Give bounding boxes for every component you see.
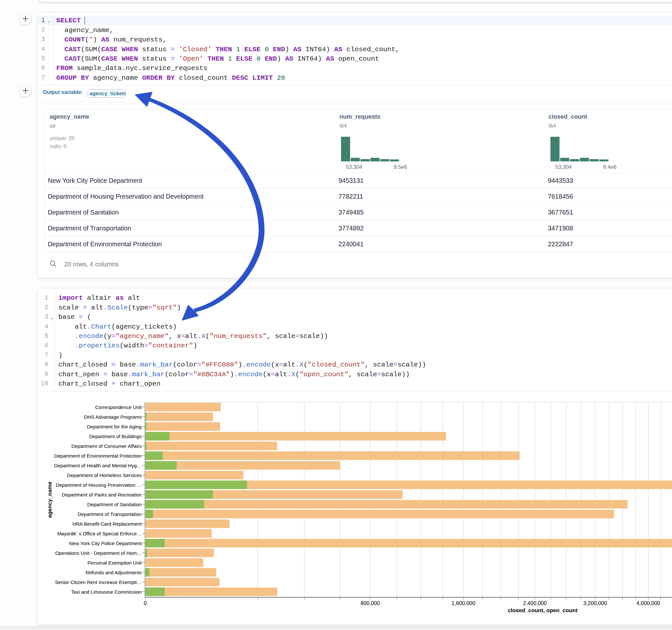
svg-text:Senior Citizen Rent Increase E: Senior Citizen Rent Increase Exempti… (55, 579, 142, 585)
svg-text:Department of Transportation: Department of Transportation (77, 511, 142, 517)
svg-text:4,000,000: 4,000,000 (637, 600, 660, 606)
svg-text:New York City Police Departmen: New York City Police Department (69, 540, 142, 546)
svg-text:Department of Parks and Recrea: Department of Parks and Recreation (62, 492, 142, 498)
svg-text:1,600,000: 1,600,000 (452, 600, 475, 606)
svg-text:Operations Unit - Department o: Operations Unit - Department of Hom… (55, 550, 142, 556)
svg-text:DHS Advantage Programs: DHS Advantage Programs (84, 414, 142, 420)
svg-text:Department of Health and Menta: Department of Health and Mental Hyg… (54, 463, 142, 468)
svg-text:Department of Environmental Pr: Department of Environmental Protection (54, 453, 142, 459)
svg-text:Department of Consumer Affairs: Department of Consumer Affairs (71, 443, 142, 449)
svg-text:Personal Exemption Unit: Personal Exemption Unit (88, 560, 142, 565)
svg-text:3,200,000: 3,200,000 (583, 600, 607, 606)
svg-text:HRA Benefit Card Replacement: HRA Benefit Card Replacement (72, 521, 142, 527)
svg-text:Department of Buildings: Department of Buildings (89, 434, 142, 439)
svg-text:Taxi and Limousine Commission: Taxi and Limousine Commission (71, 589, 142, 595)
svg-text:Department of Housing Preserva: Department of Housing Preservation … (56, 482, 142, 488)
svg-text:2,400,000: 2,400,000 (523, 600, 547, 606)
svg-text:closed_count, open_count: closed_count, open_count (508, 607, 578, 613)
svg-text:agency_name: agency_name (47, 482, 53, 518)
svg-text:0: 0 (144, 600, 146, 606)
svg-text:Correspondence Unit: Correspondence Unit (95, 405, 142, 410)
svg-text:800,000: 800,000 (360, 600, 380, 606)
svg-text:Refunds and Adjustments: Refunds and Adjustments (86, 570, 142, 575)
svg-text:Department of Sanitation: Department of Sanitation (87, 502, 142, 507)
svg-text:Mayorâ€ s Office of Special En: Mayorâ€ s Office of Special Enforce… (57, 531, 142, 536)
svg-text:Department of Homeless Service: Department of Homeless Services (67, 472, 142, 478)
svg-text:Department for the Aging: Department for the Aging (87, 424, 142, 429)
